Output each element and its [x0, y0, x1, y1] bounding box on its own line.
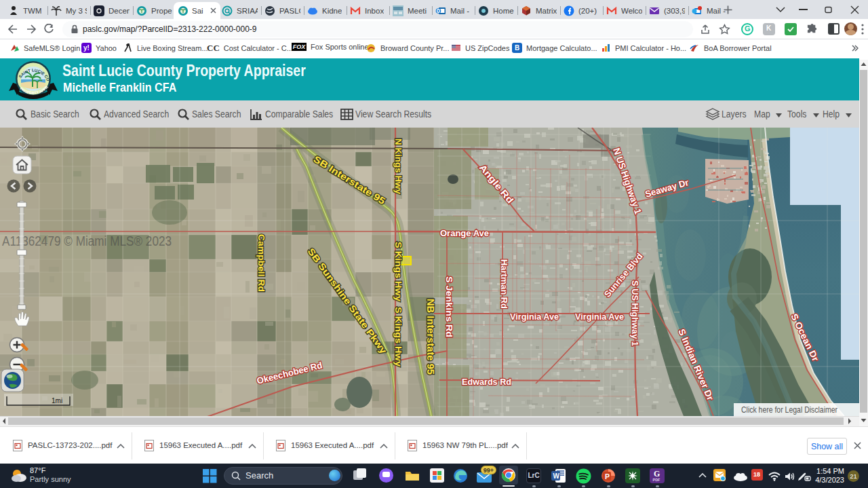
svg-text:Virginia Ave: Virginia Ave	[510, 312, 559, 322]
svg-text:Hartman Rd: Hartman Rd	[499, 259, 509, 309]
svg-text:P: P	[605, 472, 610, 481]
svg-text:Virginia Ave: Virginia Ave	[575, 312, 624, 322]
svg-text:1mi: 1mi	[52, 397, 62, 405]
svg-text:NB Interstate 95: NB Interstate 95	[425, 299, 436, 375]
svg-text:Edwards Rd: Edwards Rd	[462, 377, 511, 387]
svg-text:N Kings Hwy: N Kings Hwy	[393, 138, 403, 195]
svg-text:W: W	[553, 472, 560, 480]
svg-text:S Kings Hwy: S Kings Hwy	[393, 242, 403, 302]
svg-text:Orange Ave: Orange Ave	[440, 228, 489, 238]
svg-text:A11362479 © Miami MLS® 2023: A11362479 © Miami MLS® 2023	[2, 233, 172, 248]
svg-text:S Kings Hwy: S Kings Hwy	[393, 307, 403, 367]
svg-text:S Jenkins Rd: S Jenkins Rd	[444, 276, 454, 337]
svg-text:Click here for Legal Disclaime: Click here for Legal Disclaimer	[741, 405, 838, 415]
svg-text:S US Highway 1: S US Highway 1	[630, 280, 640, 346]
svg-text:Campbell Rd: Campbell Rd	[256, 234, 267, 292]
